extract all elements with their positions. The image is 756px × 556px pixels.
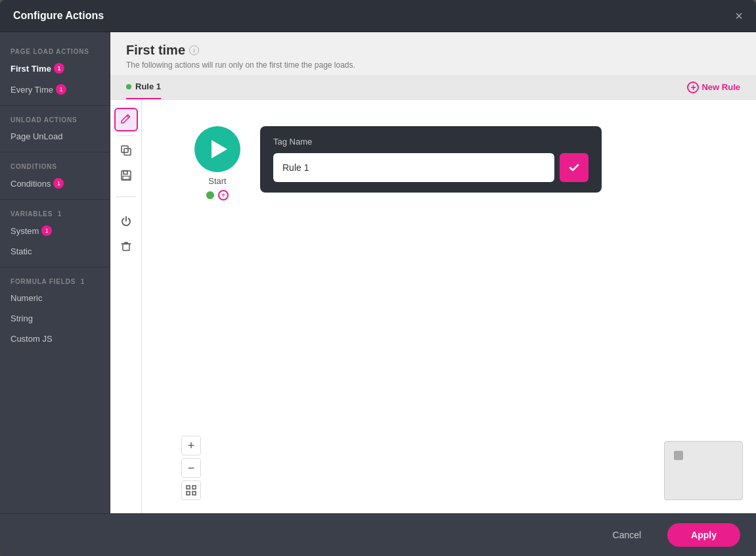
sidebar-item-custom-js[interactable]: Custom JS [0,329,110,349]
conditions-item-label: Conditions [11,179,51,189]
minimap[interactable] [664,441,743,500]
output-connector[interactable] [206,191,214,199]
every-time-label: Every Time [11,85,53,95]
modal-header: Configure Actions × [0,0,756,32]
fit-view-button[interactable] [181,480,201,500]
conditions-section-label: CONDITIONS [0,158,110,173]
power-icon [120,215,132,229]
start-circle-button[interactable] [194,126,240,172]
svg-rect-5 [123,244,129,250]
rule-tab-1[interactable]: Rule 1 [126,75,161,99]
modal-body: PAGE LOAD ACTIONS First Time 1 Every Tim… [0,32,756,513]
toolbar-divider-2 [116,197,136,197]
numeric-label: Numeric [11,293,42,303]
title-info-icon[interactable]: i [189,45,199,55]
toolbar-divider-1 [116,135,136,136]
canvas-container: Start + Tag Name [110,100,756,513]
close-button[interactable]: × [735,9,743,22]
main-content: First time i The following actions will … [110,32,756,513]
new-rule-button[interactable]: + New Rule [687,81,740,93]
page-unload-label: Page UnLoad [11,131,63,141]
content-title-text: First time [126,43,185,58]
formula-section-label: FORMULA FIELDS 1 [0,273,110,288]
zoom-out-button[interactable]: − [181,458,201,478]
formula-badge: 1 [81,278,85,285]
minimap-node-indicator [674,451,683,460]
apply-button[interactable]: Apply [667,523,740,547]
sidebar-divider-3 [0,199,110,200]
static-label: Static [11,246,32,256]
sidebar-item-numeric[interactable]: Numeric [0,288,110,308]
sidebar-divider-1 [0,105,110,106]
edit-tool-button[interactable] [114,108,138,131]
flow-canvas[interactable]: Start + Tag Name [142,100,756,513]
cancel-button[interactable]: Cancel [594,523,660,547]
sidebar-divider-4 [0,267,110,267]
system-label: System [11,226,39,236]
play-icon [211,140,227,158]
rule-tabs-bar: Rule 1 + New Rule [110,75,756,100]
copy-icon [120,145,132,159]
custom-js-label: Custom JS [11,334,53,344]
sidebar-item-every-time[interactable]: Every Time 1 [0,79,110,100]
modal-title: Configure Actions [13,10,104,22]
variables-badge: 1 [58,210,62,218]
toolbar-bottom-section [114,208,138,262]
power-tool-button[interactable] [114,210,138,234]
tag-name-input-row [273,153,589,182]
svg-rect-7 [192,486,196,489]
rule-tab-active-dot [126,84,131,89]
delete-tool-button[interactable] [114,235,138,259]
svg-rect-9 [192,492,196,495]
svg-rect-8 [187,492,190,495]
modal-footer: Cancel Apply [0,513,756,556]
new-rule-plus-icon: + [687,81,699,93]
tag-name-confirm-button[interactable] [560,153,589,182]
sidebar-item-conditions[interactable]: Conditions 1 [0,173,110,194]
sidebar-item-static[interactable]: Static [0,241,110,262]
variables-section-label: VARIABLES 1 [0,205,110,220]
svg-rect-1 [122,146,128,152]
save-icon [120,170,132,184]
page-load-section-label: PAGE LOAD ACTIONS [0,43,110,58]
canvas-toolbar [110,100,142,513]
check-icon [568,162,580,174]
unload-section-label: UNLOAD ACTIONS [0,111,110,126]
svg-rect-0 [124,149,131,155]
start-connectors: + [206,190,229,200]
svg-rect-4 [123,176,129,179]
start-label: Start [208,176,226,186]
first-time-badge: 1 [54,63,64,74]
content-header: First time i The following actions will … [110,32,756,75]
conditions-badge: 1 [53,178,64,189]
string-label: String [11,313,33,323]
tag-name-popup-label: Tag Name [273,137,589,147]
save-tool-button[interactable] [114,165,138,189]
fit-icon [186,485,196,496]
toolbar-top-section [114,105,138,191]
system-badge: 1 [41,225,52,236]
sidebar-item-first-time[interactable]: First Time 1 [0,58,110,79]
sidebar-item-page-unload[interactable]: Page UnLoad [0,126,110,147]
first-time-label: First Time [11,64,51,74]
zoom-in-button[interactable]: + [181,436,201,455]
trash-icon [120,240,132,254]
add-connector-button[interactable]: + [218,190,229,200]
edit-icon [120,112,132,127]
configure-actions-modal: Configure Actions × PAGE LOAD ACTIONS Fi… [0,0,756,556]
svg-rect-3 [123,171,127,174]
sidebar-divider-2 [0,152,110,152]
content-subtitle: The following actions will run only on t… [126,60,740,70]
sidebar: PAGE LOAD ACTIONS First Time 1 Every Tim… [0,32,110,513]
sidebar-item-string[interactable]: String [0,308,110,329]
tag-name-popup: Tag Name [260,126,602,193]
copy-tool-button[interactable] [114,140,138,164]
content-title-row: First time i [126,43,740,58]
svg-rect-6 [187,486,190,489]
new-rule-label: New Rule [701,82,740,92]
sidebar-item-system[interactable]: System 1 [0,220,110,241]
tag-name-input[interactable] [273,153,554,182]
zoom-controls: + − [181,436,201,500]
rule-tab-label: Rule 1 [135,81,161,91]
every-time-badge: 1 [56,84,66,95]
